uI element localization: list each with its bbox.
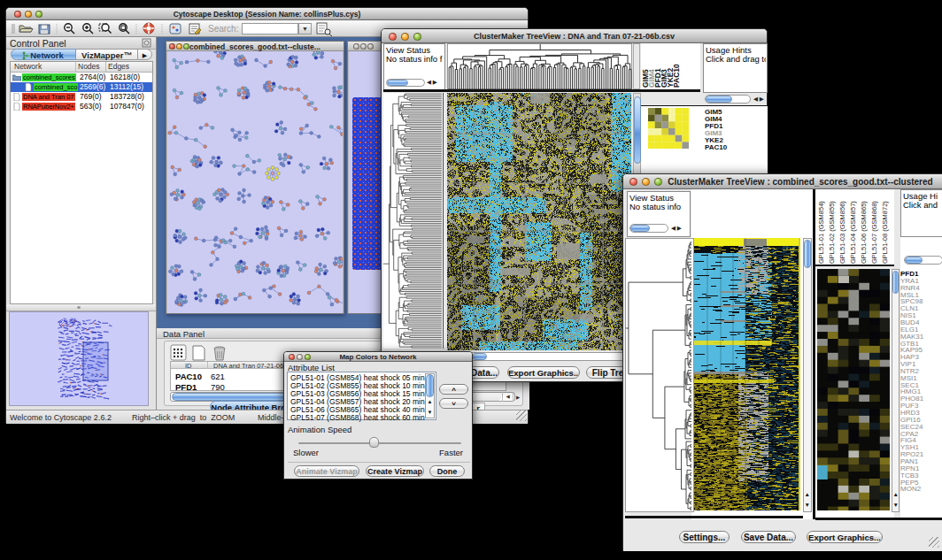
svg-text:GPL51-07 (GSM868): GPL51-07 (GSM868)	[870, 201, 878, 264]
svg-text:GPL51-04 (GSM857): GPL51-04 (GSM857)	[849, 201, 857, 264]
svg-text:GPL51-06 (GSM865): GPL51-06 (GSM865)	[860, 201, 868, 264]
svg-text:GPL51-08 (GSM872): GPL51-08 (GSM872)	[881, 201, 889, 264]
svg-text:PAC10: PAC10	[672, 64, 681, 88]
svg-text:Search:: Search:	[208, 24, 238, 34]
svg-text:GPL51-02 (GSM855): GPL51-02 (GSM855)	[828, 201, 836, 264]
svg-text:GPL51-03 (GSM856): GPL51-03 (GSM856)	[838, 201, 846, 264]
svg-text:GPL51-01 (GSM854): GPL51-01 (GSM854)	[817, 201, 825, 264]
